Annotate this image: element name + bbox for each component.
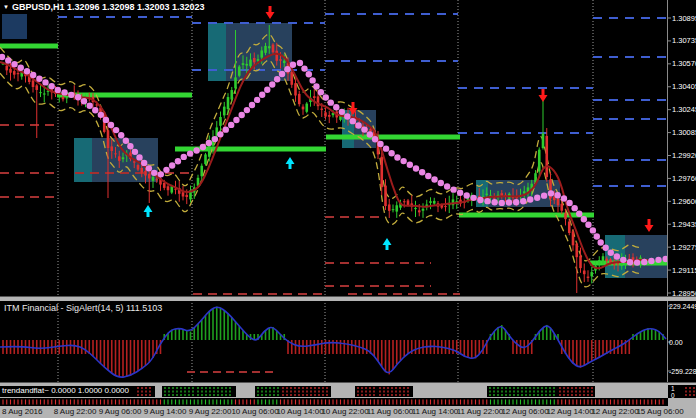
price-label: 1.30085 bbox=[672, 128, 696, 137]
chart-title: ▼GBPUSD,H1 1.32096 1.32098 1.32003 1.320… bbox=[3, 2, 205, 12]
price-label: 1.30245 bbox=[672, 105, 696, 114]
time-label: 9 Aug 06:00 bbox=[99, 407, 142, 416]
time-label: 8 Aug 22:00 bbox=[54, 407, 97, 416]
trend-segment bbox=[255, 386, 281, 397]
indicator-label: ITM Financial - SigAlert(14, 5) 111.5103 bbox=[4, 303, 162, 313]
price-label: 1.29115 bbox=[672, 266, 696, 275]
trend-scale-zero: 0 bbox=[671, 392, 675, 399]
range-box-teal bbox=[208, 23, 226, 81]
mt4-chart-window: 1.308951.307351.305701.304051.302451.300… bbox=[0, 0, 696, 418]
chart-title-text: GBPUSD,H1 1.32096 1.32098 1.32003 1.3202… bbox=[12, 2, 205, 12]
price-label: 1.29600 bbox=[672, 197, 696, 206]
indicator-scale-label: 0.00 bbox=[669, 339, 683, 346]
time-label: 8 Aug 2016 bbox=[2, 407, 43, 416]
time-label: 10 Aug 06:00 bbox=[231, 407, 279, 416]
symbol-dropdown-icon[interactable]: ▼ bbox=[3, 4, 9, 10]
time-label: 9 Aug 22:00 bbox=[189, 407, 232, 416]
range-box-teal bbox=[74, 138, 92, 182]
chart-canvas[interactable]: 1.308951.307351.305701.304051.302451.300… bbox=[0, 0, 696, 418]
price-label: 1.30405 bbox=[672, 82, 696, 91]
time-label: 10 Aug 22:00 bbox=[321, 407, 369, 416]
price-label: 1.30735 bbox=[672, 36, 696, 45]
price-label: 1.29760 bbox=[672, 174, 696, 183]
price-label: 1.30895 bbox=[672, 14, 696, 23]
time-label: 10 Aug 14:00 bbox=[276, 407, 324, 416]
price-label: 1.29435 bbox=[672, 220, 696, 229]
price-label: 1.29920 bbox=[672, 151, 696, 160]
time-label: 9 Aug 14:00 bbox=[144, 407, 187, 416]
time-axis: 8 Aug 20168 Aug 22:009 Aug 06:009 Aug 14… bbox=[0, 398, 696, 418]
indicator-scale-label: 229.2449 bbox=[669, 303, 696, 310]
indicator-scale-label: -259.2286 bbox=[669, 368, 696, 375]
time-label: 11 Aug 14:00 bbox=[412, 407, 459, 416]
price-scale: 1.308951.307351.305701.304051.302451.300… bbox=[668, 0, 696, 398]
time-label: 11 Aug 22:00 bbox=[457, 407, 504, 416]
time-label: 15 Aug 06:00 bbox=[636, 407, 684, 416]
price-label: 1.29275 bbox=[672, 243, 696, 252]
trend-indicator-label: trendandflat~ 0.0000 1.0000 0.0000 bbox=[2, 386, 129, 395]
price-label: 1.30570 bbox=[672, 59, 696, 68]
time-label: 12 Aug 22:00 bbox=[591, 407, 639, 416]
range-box bbox=[2, 14, 27, 39]
time-label: 12 Aug 14:00 bbox=[546, 407, 594, 416]
time-label: 11 Aug 06:00 bbox=[367, 407, 414, 416]
time-label: 12 Aug 06:00 bbox=[501, 407, 549, 416]
